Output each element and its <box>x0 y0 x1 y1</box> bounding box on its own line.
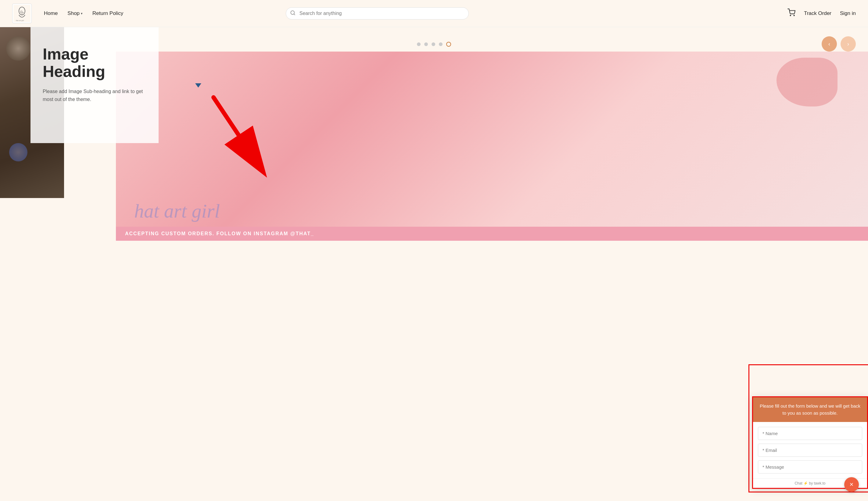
nav-return-policy[interactable]: Return Policy <box>93 10 123 17</box>
script-brand-text: hat art girl <box>134 200 220 222</box>
search-bar <box>286 7 469 20</box>
hero-heading: ImageHeading <box>43 45 147 80</box>
svg-line-6 <box>294 14 295 15</box>
shop-chevron-icon: ▾ <box>81 12 83 15</box>
nav-home[interactable]: Home <box>44 10 58 17</box>
search-input[interactable] <box>286 7 469 20</box>
slide-dot-1[interactable] <box>417 42 421 46</box>
slide-dot-3[interactable] <box>432 42 435 46</box>
slide-dot-4[interactable] <box>439 42 443 46</box>
svg-text:that art girl: that art girl <box>16 20 24 21</box>
slider-prev-button[interactable]: ‹ <box>822 36 837 52</box>
hero-subheading: Please add Image Sub-heading and link to… <box>43 87 147 103</box>
slide-dot-2[interactable] <box>424 42 428 46</box>
pink-blob <box>777 58 837 106</box>
main-nav: Home Shop ▾ Return Policy <box>44 10 123 17</box>
main-content: ‹ › ImageHeading Please add Image Sub-he… <box>0 27 868 241</box>
hero-slide-pink: hat art girl <box>116 52 868 241</box>
svg-point-7 <box>790 15 791 16</box>
sign-in-link[interactable]: Sign in <box>840 10 856 17</box>
cart-icon[interactable] <box>788 9 795 18</box>
dropdown-indicator <box>195 83 201 87</box>
slider-dots <box>417 42 451 47</box>
site-header: that art girl Home Shop ▾ Return Policy … <box>0 0 868 27</box>
search-icon <box>290 10 295 17</box>
slide-dot-5[interactable] <box>446 42 451 47</box>
hero-text-card: ImageHeading Please add Image Sub-headin… <box>31 27 159 143</box>
slider-next-button[interactable]: › <box>840 36 856 52</box>
ticker-bar: ACCEPTING CUSTOM ORDERS. FOLLOW ON INSTA… <box>116 227 868 241</box>
track-order-link[interactable]: Track Order <box>804 10 832 17</box>
svg-point-8 <box>794 15 794 16</box>
svg-point-2 <box>21 12 22 13</box>
logo[interactable]: that art girl <box>12 4 32 23</box>
header-actions: Track Order Sign in <box>788 9 856 18</box>
nav-shop[interactable]: Shop ▾ <box>67 10 83 17</box>
svg-point-3 <box>23 12 23 13</box>
slider-nav: ‹ › <box>822 36 856 52</box>
